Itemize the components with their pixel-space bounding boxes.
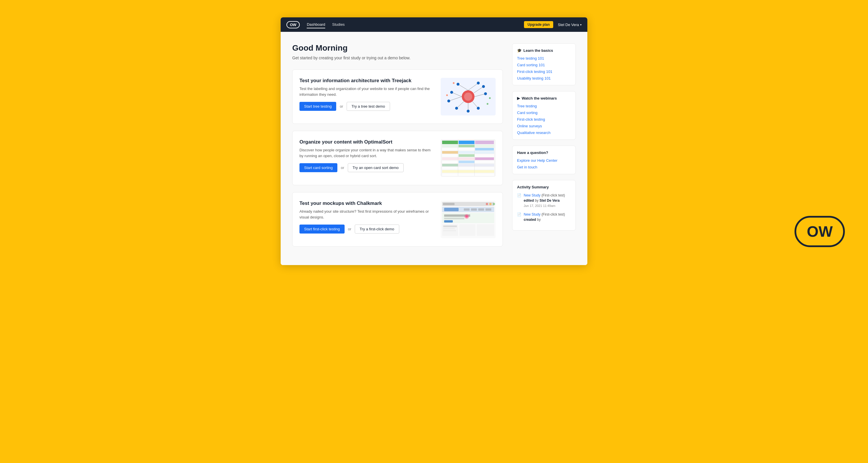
chalkmark-card-text: Test your mockups with Chalkmark Already…	[300, 200, 434, 234]
learn-basics-title: 🎓 Learn the basics	[517, 48, 571, 53]
svg-point-22	[487, 103, 488, 105]
chalkmark-title: Test your mockups with Chalkmark	[300, 200, 434, 206]
have-question-section: Have a question? Explore our Help Center…	[512, 146, 576, 174]
svg-rect-38	[442, 173, 494, 176]
have-question-title: Have a question?	[517, 151, 571, 155]
link-tree-testing-101[interactable]: Tree testing 101	[517, 56, 571, 60]
webinar-link-card-sorting[interactable]: Card sorting	[517, 111, 571, 115]
start-card-sorting-button[interactable]: Start card sorting	[300, 163, 337, 172]
user-menu[interactable]: Stel De Vera ▾	[558, 23, 582, 27]
svg-point-21	[489, 97, 491, 99]
or-text-2: or	[341, 165, 344, 170]
activity-text-1: New Study (First-click test) edited by S…	[524, 193, 571, 208]
svg-rect-26	[442, 141, 458, 144]
play-icon: ▶	[517, 96, 520, 100]
activity-by-2: by	[537, 218, 541, 222]
learn-basics-section: 🎓 Learn the basics Tree testing 101 Card…	[512, 43, 576, 85]
activity-study-type-1: (First-click test)	[541, 193, 565, 197]
chalkmark-card: Test your mockups with Chalkmark Already…	[292, 192, 503, 247]
svg-rect-63	[444, 220, 453, 222]
optimalSort-card-text: Organize your content with OptimalSort D…	[300, 139, 434, 172]
svg-rect-44	[459, 161, 474, 163]
optimalSort-card: Organize your content with OptimalSort D…	[292, 131, 503, 185]
browser-window: OW Dashboard Studies Upgrade plan Stel D…	[281, 18, 587, 265]
optimalSort-title: Organize your content with OptimalSort	[300, 139, 434, 145]
activity-time-1: Jun 17, 2021 11:49am	[524, 204, 555, 208]
activity-action-2: created	[524, 218, 536, 222]
svg-rect-65	[460, 224, 475, 236]
activity-action-1: edited	[524, 198, 534, 203]
treejack-title: Test your information architecture with …	[300, 78, 434, 84]
start-first-click-testing-button[interactable]: Start first-click testing	[300, 224, 345, 234]
svg-rect-56	[464, 208, 470, 211]
activity-summary-section: Activity Summary 📄 New Study (First-clic…	[512, 180, 576, 230]
svg-rect-57	[471, 208, 477, 211]
svg-rect-40	[475, 148, 494, 151]
main-content: Good Morning Get started by creating you…	[281, 32, 587, 265]
document-icon-2: 📄	[517, 212, 521, 222]
svg-rect-66	[477, 224, 494, 236]
try-card-sort-demo-button[interactable]: Try an open card sort demo	[348, 163, 404, 172]
activity-study-type-2: (First-click test)	[541, 212, 565, 216]
logo: OW	[286, 21, 300, 28]
svg-rect-59	[486, 208, 491, 211]
nav-right: Upgrade plan Stel De Vera ▾	[524, 21, 582, 28]
svg-point-23	[446, 94, 448, 96]
webinar-link-online-surveys[interactable]: Online surveys	[517, 124, 571, 128]
chalkmark-image	[441, 200, 496, 238]
svg-rect-28	[475, 141, 494, 144]
svg-rect-39	[459, 145, 474, 147]
page-subtitle: Get started by creating your first study…	[292, 56, 503, 60]
svg-point-24	[453, 82, 455, 84]
activity-item-2: 📄 New Study (First-click test) created b…	[517, 212, 571, 222]
activity-text-2: New Study (First-click test) created by	[524, 212, 571, 222]
watch-webinars-section: ▶ Watch the webinars Tree testing Card s…	[512, 91, 576, 140]
try-tree-test-demo-button[interactable]: Try a tree test demo	[347, 102, 390, 111]
watch-webinars-title: ▶ Watch the webinars	[517, 96, 571, 100]
link-card-sorting-101[interactable]: Card sorting 101	[517, 63, 571, 67]
svg-rect-43	[475, 157, 494, 160]
chalkmark-actions: Start first-click testing or Try a first…	[300, 224, 434, 234]
svg-rect-27	[459, 141, 474, 144]
webinar-link-tree-testing[interactable]: Tree testing	[517, 104, 571, 108]
treejack-card: Test your information architecture with …	[292, 69, 503, 124]
svg-point-71	[466, 215, 468, 218]
upgrade-button[interactable]: Upgrade plan	[524, 21, 553, 28]
link-usability-testing-101[interactable]: Usability testing 101	[517, 76, 571, 81]
svg-rect-62	[444, 218, 464, 219]
document-icon: 📄	[517, 193, 521, 208]
webinar-link-first-click-testing[interactable]: First-click testing	[517, 117, 571, 122]
activity-summary-title: Activity Summary	[517, 185, 571, 189]
activity-study-link-2[interactable]: New Study	[524, 212, 540, 216]
svg-rect-37	[442, 170, 494, 173]
help-center-link[interactable]: Explore our Help Center	[517, 158, 571, 163]
nav-dashboard[interactable]: Dashboard	[307, 21, 325, 28]
svg-point-2	[464, 93, 472, 101]
chalkmark-desc: Already nailed your site structure? Test…	[300, 209, 434, 220]
svg-rect-68	[443, 228, 455, 229]
activity-study-link-1[interactable]: New Study	[524, 193, 540, 197]
nav-links: Dashboard Studies	[307, 21, 524, 28]
svg-point-20	[482, 85, 485, 88]
sidebar: 🎓 Learn the basics Tree testing 101 Card…	[512, 43, 576, 253]
link-first-click-testing-101[interactable]: First-click testing 101	[517, 69, 571, 74]
treejack-image	[441, 78, 496, 116]
svg-point-19	[484, 92, 487, 95]
try-first-click-demo-button[interactable]: Try a first-click demo	[355, 224, 399, 234]
graduation-icon: 🎓	[517, 48, 522, 53]
svg-point-52	[489, 203, 492, 205]
user-name: Stel De Vera	[558, 23, 579, 27]
chevron-down-icon: ▾	[580, 23, 582, 26]
start-tree-testing-button[interactable]: Start tree testing	[300, 102, 336, 111]
treejack-actions: Start tree testing or Try a tree test de…	[300, 102, 434, 111]
optimalSort-actions: Start card sorting or Try an open card s…	[300, 163, 434, 172]
nav-studies[interactable]: Studies	[332, 21, 345, 28]
svg-point-17	[467, 110, 470, 113]
webinar-link-qualitative-research[interactable]: Qualitative research	[517, 130, 571, 135]
activity-by-1: by Stel De Vera	[535, 198, 560, 203]
get-in-touch-link[interactable]: Get in touch	[517, 165, 571, 169]
svg-rect-36	[442, 167, 494, 169]
svg-point-12	[457, 83, 460, 86]
page-title: Good Morning	[292, 43, 503, 53]
content-area: Good Morning Get started by creating you…	[292, 43, 503, 253]
